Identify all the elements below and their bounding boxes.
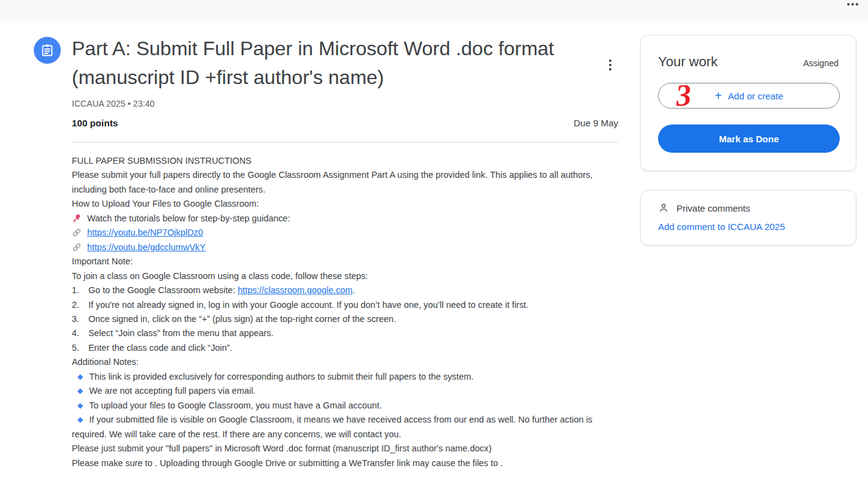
divider	[72, 142, 618, 142]
status-badge: Assigned	[803, 58, 839, 68]
instruction-text: .	[352, 285, 355, 295]
instruction-line: 1.Go to the Google Classroom website: ht…	[72, 283, 627, 297]
list-number: 2.	[72, 298, 88, 312]
inline-link[interactable]: https://classroom.google.com	[238, 285, 352, 295]
mark-as-done-label: Mark as Done	[719, 134, 779, 144]
instruction-text: Enter the class code and click “Join”.	[88, 343, 232, 353]
list-number: 3.	[72, 312, 88, 326]
private-comments-card: Private comments Add comment to ICCAUA 2…	[640, 190, 856, 245]
instruction-text: Please make sure to . Uploading through …	[72, 458, 503, 468]
diamond-bullet-icon: ◆	[77, 372, 83, 381]
instruction-text: Important Note:	[72, 256, 133, 266]
instruction-text: To join a class on Google Classroom usin…	[72, 271, 368, 281]
person-icon	[658, 202, 669, 213]
instruction-text: FULL PAPER SUBMISSION INSTRUCTIONS	[72, 156, 252, 166]
due-date: Due 9 May	[573, 118, 618, 128]
add-or-create-button[interactable]: + Add or create	[658, 83, 840, 109]
your-work-header: Your work Assigned	[658, 54, 839, 70]
inline-link[interactable]: https://youtu.be/NP7OjkplDz0	[87, 228, 203, 237]
instruction-text: How to Upload Your Files to Google Class…	[72, 199, 259, 209]
instruction-text: If you're not already signed in, log in …	[88, 300, 529, 310]
assignment-meta: ICCAUA 2025 • 23:40	[72, 99, 155, 109]
link-icon	[72, 242, 82, 252]
instruction-line: https://youtu.be/gdcclumwVkY	[72, 240, 627, 255]
instruction-line: https://youtu.be/NP7OjkplDz0	[72, 226, 627, 240]
instruction-line: Additional Notes:	[72, 355, 627, 369]
instruction-line: ◆To upload your files to Google Classroo…	[72, 399, 627, 413]
instruction-line: Please make sure to . Uploading through …	[72, 456, 627, 470]
kebab-menu-icon[interactable]	[603, 56, 618, 74]
diamond-bullet-icon: ◆	[77, 401, 83, 410]
window-overflow-icon[interactable]	[845, 1, 861, 8]
instruction-text: We are not accepting full papers via ema…	[89, 386, 255, 396]
instruction-line: Watch the tutorials below for step-by-st…	[72, 212, 627, 226]
your-work-card: Your work Assigned + Add or create Mark …	[640, 35, 856, 171]
instruction-text: Please just submit your "full papers" in…	[72, 443, 492, 453]
instruction-text: This link is provided exclusively for co…	[89, 372, 473, 381]
instruction-text: Watch the tutorials below for step-by-st…	[87, 213, 290, 223]
instruction-line: ◆This link is provided exclusively for c…	[72, 370, 627, 384]
plus-icon: +	[715, 90, 722, 102]
list-number: 4.	[72, 326, 88, 340]
instruction-line: ◆If your submitted file is visible on Go…	[72, 413, 627, 442]
instruction-text: Select “Join class” from the menu that a…	[88, 328, 274, 338]
points-row: 100 points Due 9 May	[72, 118, 618, 128]
instruction-line: Important Note:	[72, 255, 627, 269]
instruction-line: 4.Select “Join class” from the menu that…	[72, 326, 627, 340]
add-comment-link[interactable]: Add comment to ICCAUA 2025	[658, 221, 785, 232]
assignment-icon	[34, 37, 61, 64]
points-label: 100 points	[72, 118, 118, 128]
pushpin-icon	[72, 213, 82, 223]
your-work-title: Your work	[658, 54, 718, 70]
mark-as-done-button[interactable]: Mark as Done	[658, 125, 840, 153]
private-comments-header: Private comments	[658, 202, 839, 213]
instruction-line: Please just submit your "full papers" in…	[72, 442, 627, 456]
private-comments-title: Private comments	[676, 203, 750, 213]
top-bar	[0, 0, 868, 21]
instruction-text: Please submit your full papers directly …	[72, 170, 592, 194]
list-number: 5.	[72, 341, 88, 355]
assignment-page: Part A: Submit Full Paper in Microsoft W…	[0, 0, 868, 479]
link-icon	[72, 228, 82, 237]
instruction-text: Once signed in, click on the “+” (plus s…	[88, 314, 396, 324]
list-number: 1.	[72, 283, 88, 297]
instruction-text: If your submitted file is visible on Goo…	[72, 415, 592, 439]
instruction-line: FULL PAPER SUBMISSION INSTRUCTIONS	[72, 154, 627, 168]
instruction-text: To upload your files to Google Classroom…	[89, 400, 382, 410]
diamond-bullet-icon: ◆	[77, 386, 83, 395]
instruction-line: 5.Enter the class code and click “Join”.	[72, 341, 627, 355]
inline-link[interactable]: https://youtu.be/gdcclumwVkY	[87, 242, 206, 252]
instruction-line: 2.If you're not already signed in, log i…	[72, 298, 627, 312]
page-title: Part A: Submit Full Paper in Microsoft W…	[72, 34, 594, 92]
instruction-line: To join a class on Google Classroom usin…	[72, 269, 627, 283]
instruction-line: Please submit your full papers directly …	[72, 168, 627, 197]
instruction-text: Go to the Google Classroom website:	[88, 285, 238, 295]
diamond-bullet-icon: ◆	[77, 415, 83, 424]
instruction-line: ◆We are not accepting full papers via em…	[72, 384, 627, 398]
instruction-line: How to Upload Your Files to Google Class…	[72, 197, 627, 211]
instruction-line: 3.Once signed in, click on the “+” (plus…	[72, 312, 627, 326]
instructions-body: FULL PAPER SUBMISSION INSTRUCTIONSPlease…	[72, 154, 627, 470]
instruction-text: Additional Notes:	[72, 357, 139, 367]
add-or-create-label: Add or create	[728, 91, 783, 101]
